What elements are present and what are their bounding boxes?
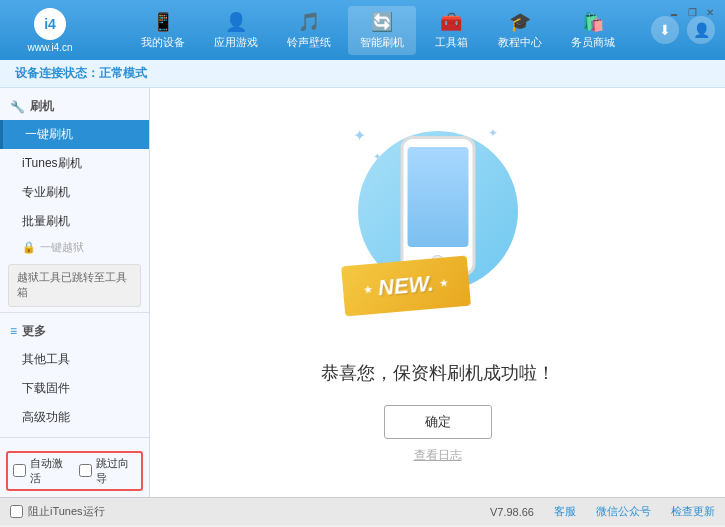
sidebar-group-flash: 🔧 刷机: [0, 93, 149, 120]
sub-header-prefix: 设备连接状态：: [15, 65, 99, 82]
nav-bar: 📱 我的设备 👤 应用游戏 🎵 铃声壁纸 🔄 智能刷机 🧰 工具箱 🎓: [105, 6, 651, 55]
sidebar-item-other-tools[interactable]: 其他工具: [0, 345, 149, 374]
restore-button[interactable]: ❐: [685, 5, 699, 19]
content-area: ✦ ✦ ✦ ★ NEW. ★ 恭喜您，保资料刷机成功啦！ 确定 查看日志: [150, 88, 725, 497]
nav-ringtone[interactable]: 🎵 铃声壁纸: [275, 6, 343, 55]
footer-link-update[interactable]: 检查更新: [671, 504, 715, 519]
auto-activate-option[interactable]: 自动激活: [13, 456, 71, 486]
version-label: V7.98.66: [490, 506, 534, 518]
nav-tutorial[interactable]: 🎓 教程中心: [486, 6, 554, 55]
new-ribbon: ★ NEW. ★: [341, 256, 471, 317]
toolbox-icon: 🧰: [440, 11, 462, 33]
sidebar-item-advanced[interactable]: 高级功能: [0, 403, 149, 432]
nav-toolbox-label: 工具箱: [435, 35, 468, 50]
main-layout: 🔧 刷机 一键刷机 iTunes刷机 专业刷机 批量刷机 🔒 一键越狱 越狱工具…: [0, 88, 725, 497]
star-icon-left: ★: [362, 282, 373, 296]
ringtone-icon: 🎵: [298, 11, 320, 33]
apps-games-icon: 👤: [225, 11, 247, 33]
sidebar-item-itunes-flash[interactable]: iTunes刷机: [0, 149, 149, 178]
log-link[interactable]: 查看日志: [414, 447, 462, 464]
sidebar-bottom-controls: 自动激活 跳过向导 📱 iPhone 15 Pro Max 512GB iPho…: [0, 443, 149, 497]
sidebar-item-jailbreak: 🔒 一键越狱: [0, 236, 149, 259]
phone-illustration: ✦ ✦ ✦ ★ NEW. ★: [348, 121, 528, 341]
my-device-icon: 📱: [152, 11, 174, 33]
sparkle-icon-1: ✦: [353, 126, 366, 145]
manual-activate-checkbox[interactable]: [79, 464, 92, 477]
footer-link-wechat[interactable]: 微信公众号: [596, 504, 651, 519]
nav-service[interactable]: 🛍️ 务员商城: [559, 6, 627, 55]
stop-itunes-control: 阻止iTunes运行: [10, 504, 105, 519]
logo-subtitle: www.i4.cn: [27, 42, 72, 53]
nav-my-device-label: 我的设备: [141, 35, 185, 50]
flash-group-icon: 🔧: [10, 100, 25, 114]
lock-icon: 🔒: [22, 241, 36, 254]
nav-service-label: 务员商城: [571, 35, 615, 50]
auto-activate-checkbox[interactable]: [13, 464, 26, 477]
nav-ringtone-label: 铃声壁纸: [287, 35, 331, 50]
footer-links: V7.98.66 客服 微信公众号 检查更新: [105, 504, 715, 519]
sparkle-icon-3: ✦: [373, 151, 381, 162]
smart-flash-icon: 🔄: [371, 11, 393, 33]
nav-tutorial-label: 教程中心: [498, 35, 542, 50]
sidebar-item-download-firmware[interactable]: 下载固件: [0, 374, 149, 403]
nav-toolbox[interactable]: 🧰 工具箱: [421, 6, 481, 55]
nav-smart-flash[interactable]: 🔄 智能刷机: [348, 6, 416, 55]
logo-area: i4 www.i4.cn: [10, 8, 90, 53]
minimize-button[interactable]: 🗕: [667, 5, 681, 19]
stop-itunes-checkbox[interactable]: [10, 505, 23, 518]
footer-bar: 阻止iTunes运行 V7.98.66 客服 微信公众号 检查更新: [0, 497, 725, 525]
sidebar-divider-1: [0, 312, 149, 313]
confirm-button[interactable]: 确定: [384, 405, 492, 439]
more-group-icon: ≡: [10, 324, 17, 338]
success-message: 恭喜您，保资料刷机成功啦！: [321, 361, 555, 385]
sub-header: 设备连接状态： 正常模式: [0, 60, 725, 88]
sub-header-status: 正常模式: [99, 65, 147, 82]
activation-options-box: 自动激活 跳过向导: [6, 451, 143, 491]
sidebar-divider-2: [0, 437, 149, 438]
tutorial-icon: 🎓: [509, 11, 531, 33]
sidebar-item-one-click-flash[interactable]: 一键刷机: [0, 120, 149, 149]
nav-smart-flash-label: 智能刷机: [360, 35, 404, 50]
nav-apps-games-label: 应用游戏: [214, 35, 258, 50]
new-label: NEW.: [376, 271, 434, 302]
nav-my-device[interactable]: 📱 我的设备: [129, 6, 197, 55]
sidebar-group-more: ≡ 更多: [0, 318, 149, 345]
stop-itunes-label: 阻止iTunes运行: [28, 504, 105, 519]
star-icon-right: ★: [438, 276, 449, 290]
sidebar-item-batch-flash[interactable]: 批量刷机: [0, 207, 149, 236]
service-icon: 🛍️: [582, 11, 604, 33]
logo-icon: i4: [34, 8, 66, 40]
nav-apps-games[interactable]: 👤 应用游戏: [202, 6, 270, 55]
app-header: i4 www.i4.cn 📱 我的设备 👤 应用游戏 🎵 铃声壁纸 🔄 智能刷机: [0, 0, 725, 60]
phone-screen: [407, 147, 468, 247]
sidebar-item-pro-flash[interactable]: 专业刷机: [0, 178, 149, 207]
user-button[interactable]: 👤: [687, 16, 715, 44]
manual-activate-option[interactable]: 跳过向导: [79, 456, 137, 486]
sparkle-icon-2: ✦: [488, 126, 498, 140]
window-controls: 🗕 ❐ ✕: [667, 5, 717, 19]
sidebar: 🔧 刷机 一键刷机 iTunes刷机 专业刷机 批量刷机 🔒 一键越狱 越狱工具…: [0, 88, 150, 497]
close-button[interactable]: ✕: [703, 5, 717, 19]
sidebar-info-box: 越狱工具已跳转至工具箱: [8, 264, 141, 307]
header-right: ⬇ 👤: [651, 16, 715, 44]
download-button[interactable]: ⬇: [651, 16, 679, 44]
footer-link-homepage[interactable]: 客服: [554, 504, 576, 519]
